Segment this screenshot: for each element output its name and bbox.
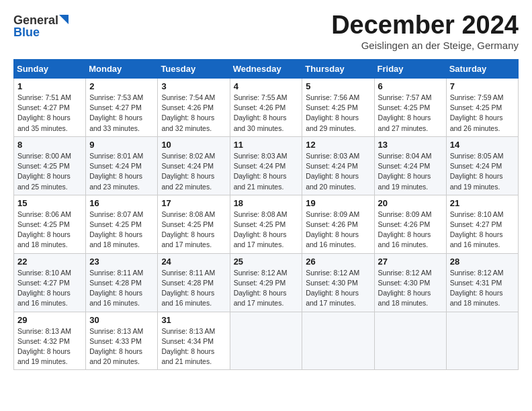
calendar-week-4: 22 Sunrise: 8:10 AM Sunset: 4:27 PM Dayl…: [14, 253, 519, 312]
day-number: 26: [306, 257, 370, 267]
day-number: 18: [234, 198, 299, 208]
day-info: Sunrise: 7:59 AM Sunset: 4:25 PM Dayligh…: [450, 93, 515, 134]
day-number: 8: [17, 140, 82, 150]
calendar-cell: 16 Sunrise: 8:07 AM Sunset: 4:25 PM Dayl…: [86, 195, 158, 253]
calendar-cell: [374, 312, 446, 370]
calendar-cell: [446, 312, 518, 370]
day-number: 7: [450, 81, 515, 91]
day-number: 13: [378, 140, 443, 150]
day-info: Sunrise: 8:00 AM Sunset: 4:25 PM Dayligh…: [17, 151, 82, 192]
day-info: Sunrise: 8:05 AM Sunset: 4:24 PM Dayligh…: [450, 151, 515, 192]
day-info: Sunrise: 8:08 AM Sunset: 4:25 PM Dayligh…: [234, 210, 299, 250]
calendar-cell: 9 Sunrise: 8:01 AM Sunset: 4:24 PM Dayli…: [86, 136, 158, 195]
day-info: Sunrise: 8:06 AM Sunset: 4:25 PM Dayligh…: [17, 210, 82, 250]
calendar-cell: 23 Sunrise: 8:11 AM Sunset: 4:28 PM Dayl…: [86, 253, 158, 312]
svg-text:General: General: [13, 13, 58, 27]
calendar: SundayMondayTuesdayWednesdayThursdayFrid…: [13, 59, 519, 370]
day-header-thursday: Thursday: [302, 60, 374, 79]
logo: General Blue: [13, 11, 74, 40]
calendar-cell: 21 Sunrise: 8:10 AM Sunset: 4:27 PM Dayl…: [446, 195, 518, 253]
day-info: Sunrise: 8:10 AM Sunset: 4:27 PM Dayligh…: [17, 268, 82, 309]
calendar-cell: 4 Sunrise: 7:55 AM Sunset: 4:26 PM Dayli…: [230, 79, 302, 137]
calendar-cell: 17 Sunrise: 8:08 AM Sunset: 4:25 PM Dayl…: [158, 195, 230, 253]
day-info: Sunrise: 8:13 AM Sunset: 4:34 PM Dayligh…: [161, 326, 226, 367]
calendar-cell: 12 Sunrise: 8:03 AM Sunset: 4:24 PM Dayl…: [302, 136, 374, 195]
day-number: 6: [378, 81, 443, 91]
day-info: Sunrise: 7:51 AM Sunset: 4:27 PM Dayligh…: [17, 93, 82, 134]
calendar-cell: 5 Sunrise: 7:56 AM Sunset: 4:25 PM Dayli…: [302, 79, 374, 137]
calendar-cell: 11 Sunrise: 8:03 AM Sunset: 4:24 PM Dayl…: [230, 136, 302, 195]
day-info: Sunrise: 8:12 AM Sunset: 4:31 PM Dayligh…: [450, 268, 515, 309]
day-number: 27: [378, 257, 443, 267]
calendar-cell: 25 Sunrise: 8:12 AM Sunset: 4:29 PM Dayl…: [230, 253, 302, 312]
calendar-week-2: 8 Sunrise: 8:00 AM Sunset: 4:25 PM Dayli…: [14, 136, 519, 195]
day-number: 17: [161, 198, 226, 208]
day-number: 2: [89, 81, 154, 91]
calendar-cell: 6 Sunrise: 7:57 AM Sunset: 4:25 PM Dayli…: [374, 79, 446, 137]
calendar-cell: 20 Sunrise: 8:09 AM Sunset: 4:26 PM Dayl…: [374, 195, 446, 253]
svg-text:Blue: Blue: [13, 26, 40, 39]
day-info: Sunrise: 8:12 AM Sunset: 4:30 PM Dayligh…: [306, 268, 370, 309]
calendar-cell: 22 Sunrise: 8:10 AM Sunset: 4:27 PM Dayl…: [14, 253, 86, 312]
day-info: Sunrise: 8:13 AM Sunset: 4:33 PM Dayligh…: [89, 326, 154, 367]
day-header-monday: Monday: [86, 60, 158, 79]
day-info: Sunrise: 7:53 AM Sunset: 4:27 PM Dayligh…: [89, 93, 154, 134]
day-number: 16: [89, 198, 154, 208]
calendar-cell: 2 Sunrise: 7:53 AM Sunset: 4:27 PM Dayli…: [86, 79, 158, 137]
location-title: Geislingen an der Steige, Germany: [331, 40, 519, 51]
calendar-cell: 27 Sunrise: 8:12 AM Sunset: 4:30 PM Dayl…: [374, 253, 446, 312]
day-number: 28: [450, 257, 515, 267]
day-info: Sunrise: 8:11 AM Sunset: 4:28 PM Dayligh…: [89, 268, 154, 309]
day-number: 10: [161, 140, 226, 150]
day-info: Sunrise: 8:09 AM Sunset: 4:26 PM Dayligh…: [306, 210, 370, 250]
calendar-cell: [230, 312, 302, 370]
day-number: 11: [234, 140, 299, 150]
calendar-cell: 8 Sunrise: 8:00 AM Sunset: 4:25 PM Dayli…: [14, 136, 86, 195]
day-header-wednesday: Wednesday: [230, 60, 302, 79]
day-info: Sunrise: 8:12 AM Sunset: 4:30 PM Dayligh…: [378, 268, 443, 309]
day-number: 3: [161, 81, 226, 91]
day-header-friday: Friday: [374, 60, 446, 79]
calendar-cell: 18 Sunrise: 8:08 AM Sunset: 4:25 PM Dayl…: [230, 195, 302, 253]
day-header-saturday: Saturday: [446, 60, 518, 79]
day-number: 31: [161, 315, 226, 325]
calendar-cell: 19 Sunrise: 8:09 AM Sunset: 4:26 PM Dayl…: [302, 195, 374, 253]
day-number: 1: [17, 81, 82, 91]
calendar-cell: 29 Sunrise: 8:13 AM Sunset: 4:32 PM Dayl…: [14, 312, 86, 370]
calendar-cell: 1 Sunrise: 7:51 AM Sunset: 4:27 PM Dayli…: [14, 79, 86, 137]
calendar-week-3: 15 Sunrise: 8:06 AM Sunset: 4:25 PM Dayl…: [14, 195, 519, 253]
day-info: Sunrise: 8:13 AM Sunset: 4:32 PM Dayligh…: [17, 326, 82, 367]
day-number: 9: [89, 140, 154, 150]
day-number: 24: [161, 257, 226, 267]
calendar-cell: 10 Sunrise: 8:02 AM Sunset: 4:24 PM Dayl…: [158, 136, 230, 195]
day-number: 14: [450, 140, 515, 150]
day-number: 5: [306, 81, 370, 91]
day-info: Sunrise: 8:02 AM Sunset: 4:24 PM Dayligh…: [161, 151, 226, 192]
calendar-week-5: 29 Sunrise: 8:13 AM Sunset: 4:32 PM Dayl…: [14, 312, 519, 370]
svg-marker-2: [59, 15, 69, 24]
calendar-cell: 31 Sunrise: 8:13 AM Sunset: 4:34 PM Dayl…: [158, 312, 230, 370]
calendar-cell: 14 Sunrise: 8:05 AM Sunset: 4:24 PM Dayl…: [446, 136, 518, 195]
day-info: Sunrise: 7:54 AM Sunset: 4:26 PM Dayligh…: [161, 93, 226, 134]
calendar-cell: 13 Sunrise: 8:04 AM Sunset: 4:24 PM Dayl…: [374, 136, 446, 195]
day-info: Sunrise: 7:55 AM Sunset: 4:26 PM Dayligh…: [234, 93, 299, 134]
calendar-cell: 7 Sunrise: 7:59 AM Sunset: 4:25 PM Dayli…: [446, 79, 518, 137]
day-info: Sunrise: 8:09 AM Sunset: 4:26 PM Dayligh…: [378, 210, 443, 250]
day-info: Sunrise: 7:57 AM Sunset: 4:25 PM Dayligh…: [378, 93, 443, 134]
calendar-cell: 15 Sunrise: 8:06 AM Sunset: 4:25 PM Dayl…: [14, 195, 86, 253]
day-header-sunday: Sunday: [14, 60, 86, 79]
day-info: Sunrise: 8:01 AM Sunset: 4:24 PM Dayligh…: [89, 151, 154, 192]
calendar-cell: [302, 312, 374, 370]
month-title: December 2024: [331, 11, 519, 40]
calendar-cell: 3 Sunrise: 7:54 AM Sunset: 4:26 PM Dayli…: [158, 79, 230, 137]
day-header-tuesday: Tuesday: [158, 60, 230, 79]
day-info: Sunrise: 8:08 AM Sunset: 4:25 PM Dayligh…: [161, 210, 226, 250]
day-number: 4: [234, 81, 299, 91]
day-number: 12: [306, 140, 370, 150]
day-number: 15: [17, 198, 82, 208]
day-number: 23: [89, 257, 154, 267]
day-info: Sunrise: 8:10 AM Sunset: 4:27 PM Dayligh…: [450, 210, 515, 250]
day-number: 30: [89, 315, 154, 325]
day-number: 21: [450, 198, 515, 208]
calendar-week-1: 1 Sunrise: 7:51 AM Sunset: 4:27 PM Dayli…: [14, 79, 519, 137]
